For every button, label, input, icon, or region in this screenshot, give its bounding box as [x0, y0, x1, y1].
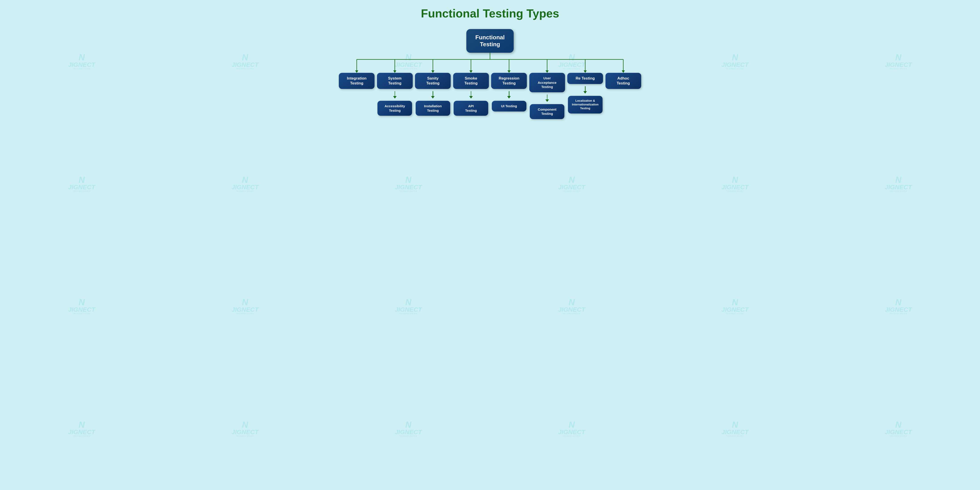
sub-line-sanity — [433, 91, 433, 96]
sub-arrow-retesting — [583, 91, 587, 94]
node-api-testing: APITesting — [453, 101, 488, 116]
root-row: Functional Testing — [336, 29, 644, 53]
connector-spacer — [336, 53, 644, 73]
root-node: Functional Testing — [466, 29, 514, 53]
node-installation-testing: InstallationTesting — [416, 101, 450, 116]
page-title: Functional Testing Types — [421, 7, 559, 20]
sub-arrow-uat — [546, 99, 549, 102]
node-ui-testing: UI Testing — [492, 101, 527, 112]
node-retesting: Re Testing — [567, 73, 603, 84]
branch-retesting: Re Testing Localization &Internationaliz… — [566, 73, 604, 113]
node-adhoc-testing: AdhocTesting — [606, 73, 641, 89]
node-smoke-testing: SmokeTesting — [453, 73, 489, 89]
sub-line-uat — [547, 94, 547, 99]
node-system-testing: SystemTesting — [377, 73, 413, 89]
diagram-container: Functional Testing IntegrationTesting Sy… — [336, 29, 644, 119]
branch-smoke: SmokeTesting APITesting — [452, 73, 490, 116]
node-sanity-testing: SanityTesting — [415, 73, 451, 89]
branch-adhoc: AdhocTesting — [605, 73, 642, 105]
level1-row: IntegrationTesting SystemTesting Accessi… — [336, 73, 644, 119]
node-component-testing: ComponentTesting — [530, 104, 564, 119]
branch-regression: RegressionTesting UI Testing — [490, 73, 528, 112]
sub-line-retesting — [585, 86, 585, 91]
sub-line-smoke — [471, 91, 471, 96]
branch-sanity: SanityTesting InstallationTesting — [414, 73, 452, 116]
node-integration-testing: IntegrationTesting — [339, 73, 374, 89]
branch-uat: UserAcceptanceTesting ComponentTesting — [529, 73, 566, 119]
node-regression-testing: RegressionTesting — [491, 73, 527, 89]
sub-arrow-sanity — [431, 96, 434, 99]
node-localization-testing: Localization &InternationalizationTestin… — [568, 96, 603, 113]
sub-arrow-system — [393, 96, 397, 99]
node-accessibility-testing: AccessibilityTesting — [377, 101, 412, 116]
sub-line-regression — [509, 91, 509, 96]
node-uat-testing: UserAcceptanceTesting — [529, 73, 565, 92]
sub-arrow-regression — [507, 96, 511, 99]
branch-system: SystemTesting AccessibilityTesting — [376, 73, 414, 116]
sub-line-system — [395, 91, 395, 96]
branch-integration: IntegrationTesting — [338, 73, 375, 105]
sub-arrow-smoke — [469, 96, 473, 99]
